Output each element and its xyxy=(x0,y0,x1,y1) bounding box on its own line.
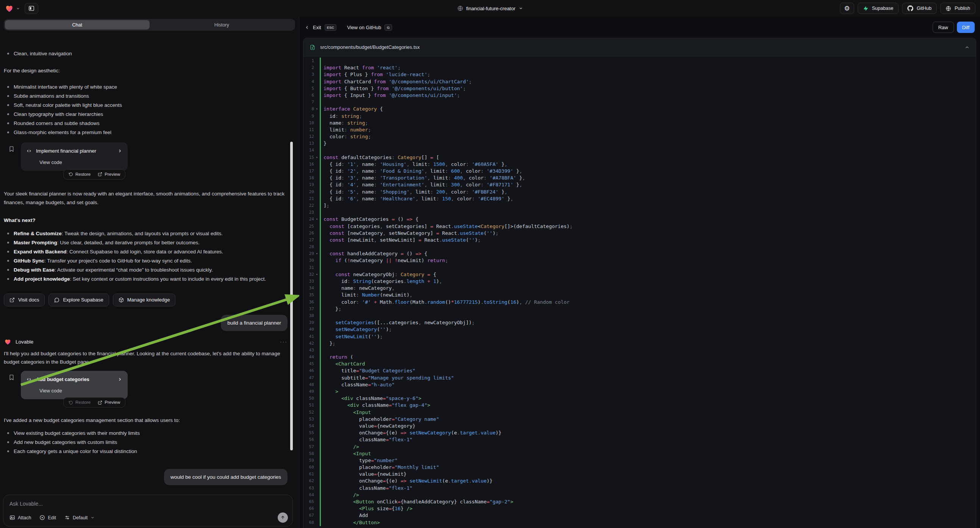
fold-gutter xyxy=(314,491,320,498)
publish-button[interactable]: Publish xyxy=(940,3,975,14)
code-line: 28 xyxy=(304,243,976,250)
preview-button[interactable]: Preview xyxy=(98,170,120,178)
version-card-row: Implement financial planner View code Re… xyxy=(4,142,288,180)
fold-gutter xyxy=(314,478,320,484)
edit-button[interactable]: Edit xyxy=(40,515,56,520)
fold-gutter xyxy=(314,402,320,409)
line-number: 55 xyxy=(304,429,314,436)
code-text: /> xyxy=(320,491,976,498)
code-line: 61 value={newLimit} xyxy=(304,471,976,478)
fold-chevron-icon[interactable]: ▾ xyxy=(314,250,320,257)
file-header[interactable]: src/components/budget/BudgetCategories.t… xyxy=(304,38,976,56)
code-text xyxy=(320,312,976,319)
line-number: 10 xyxy=(304,120,314,127)
code-line: 14 xyxy=(304,147,976,154)
visit-docs-button[interactable]: Visit docs xyxy=(4,294,45,307)
list-item: Subtle animations and transitions xyxy=(4,92,288,100)
fold-gutter xyxy=(314,444,320,450)
fold-gutter xyxy=(314,505,320,512)
code-line: 19 { id: '4', name: 'Entertainment', lim… xyxy=(304,181,976,188)
lovable-menu[interactable] xyxy=(5,4,20,13)
code-area[interactable]: 12import React from 'react';3import { Pl… xyxy=(304,56,976,528)
code-text: import { Button } from '@/components/ui/… xyxy=(320,85,976,92)
chat-input[interactable]: Ask Lovable... xyxy=(10,501,286,507)
code-text: if (!newCategory || !newLimit) return; xyxy=(320,257,976,264)
whats-next-list: Refine & Customize: Tweak the design, an… xyxy=(4,229,288,283)
tab-chat[interactable]: Chat xyxy=(5,20,150,30)
fold-gutter xyxy=(314,471,320,478)
chat-composer[interactable]: Ask Lovable... Attach Edit Default xyxy=(3,495,293,526)
fold-gutter xyxy=(314,395,320,402)
external-link-icon xyxy=(98,172,102,177)
code-line: 13} xyxy=(304,140,976,147)
line-number: 25 xyxy=(304,223,314,230)
restore-button[interactable]: Restore xyxy=(68,170,91,178)
code-line: 15▾const defaultCategories: Category[] =… xyxy=(304,154,976,161)
message-menu-button[interactable]: ··· xyxy=(280,338,288,346)
diff-toggle-button[interactable]: Diff xyxy=(957,22,975,33)
code-line: 47 subtitle="Manage your spending limits… xyxy=(304,375,976,382)
code-text xyxy=(320,99,976,106)
fold-gutter xyxy=(314,340,320,347)
bookmark-icon[interactable] xyxy=(8,145,15,153)
view-code-link[interactable]: View code xyxy=(40,387,123,395)
fold-chevron-icon[interactable]: ▾ xyxy=(314,106,320,113)
line-number: 17 xyxy=(304,168,314,175)
fold-chevron-icon[interactable]: ▾ xyxy=(314,154,320,161)
send-button[interactable] xyxy=(278,512,288,523)
restore-icon xyxy=(68,172,73,177)
project-switcher[interactable]: financial-future-creator xyxy=(457,0,523,17)
tab-history[interactable]: History xyxy=(150,20,294,30)
code-text: <ChartCard xyxy=(320,361,976,367)
code-text: { id: '1', name: 'Housing', limit: 1500,… xyxy=(320,161,976,168)
fold-chevron-icon[interactable]: ▾ xyxy=(314,271,320,278)
line-number: 62 xyxy=(304,478,314,484)
raw-toggle-button[interactable]: Raw xyxy=(933,22,954,33)
supabase-button[interactable]: Supabase xyxy=(858,3,899,14)
sidebar-toggle-button[interactable] xyxy=(25,3,38,14)
fold-gutter xyxy=(314,367,320,374)
code-text: { id: '4', name: 'Entertainment', limit:… xyxy=(320,181,976,188)
fold-gutter xyxy=(314,354,320,361)
version-card-add-budget-categories[interactable]: Add budget categories View code xyxy=(21,371,128,399)
fold-gutter xyxy=(314,382,320,388)
chevron-up-icon[interactable] xyxy=(964,45,970,50)
exit-button[interactable]: Exit ESC xyxy=(305,24,336,31)
manage-knowledge-button[interactable]: Manage knowledge xyxy=(113,294,176,307)
code-text: }; xyxy=(320,340,976,347)
line-number: 37 xyxy=(304,306,314,312)
preview-button[interactable]: Preview xyxy=(98,398,120,406)
line-number: 36 xyxy=(304,299,314,306)
fold-chevron-icon[interactable]: ▾ xyxy=(314,216,320,223)
restore-button[interactable]: Restore xyxy=(68,398,91,406)
line-number: 4 xyxy=(304,78,314,85)
explore-supabase-button[interactable]: Explore Supabase xyxy=(48,294,109,307)
line-number: 13 xyxy=(304,140,314,147)
version-card-implement-financial-planner[interactable]: Implement financial planner View code xyxy=(21,142,128,171)
fold-gutter xyxy=(314,113,320,120)
github-button[interactable]: GitHub xyxy=(902,3,937,14)
code-line: 68 </Button> xyxy=(304,519,976,526)
fold-gutter xyxy=(314,485,320,491)
chat-scrollbar[interactable] xyxy=(290,142,293,450)
model-selector[interactable]: Default xyxy=(64,515,95,520)
code-text xyxy=(320,243,976,250)
attach-button[interactable]: Attach xyxy=(10,515,31,520)
code-text: </Button> xyxy=(320,519,976,526)
code-text: placeholder="Category name" xyxy=(320,416,976,423)
bookmark-icon[interactable] xyxy=(8,374,15,381)
line-number: 15 xyxy=(304,154,314,161)
list-item: Add new budget categories with custom li… xyxy=(4,438,288,446)
settings-button[interactable]: ⚙︎ xyxy=(840,3,854,14)
view-code-link[interactable]: View code xyxy=(40,158,123,166)
code-line: 32▾ const newCategoryObj: Category = { xyxy=(304,271,976,278)
code-line: 35 limit: Number(newLimit), xyxy=(304,292,976,299)
code-line: 48 className="h-auto" xyxy=(304,382,976,388)
chat-scroll-area[interactable]: Clean, intuitive navigation For the desi… xyxy=(0,48,299,505)
list-item: Expand with Backend: Connect Supabase to… xyxy=(4,248,288,256)
fold-gutter xyxy=(314,347,320,354)
code-text: className="flex-1" xyxy=(320,485,976,491)
view-on-github-button[interactable]: View on GitHub G xyxy=(347,24,392,31)
list-item: Minimalist interface with plenty of whit… xyxy=(4,83,288,91)
code-line: 44 return ( xyxy=(304,354,976,361)
